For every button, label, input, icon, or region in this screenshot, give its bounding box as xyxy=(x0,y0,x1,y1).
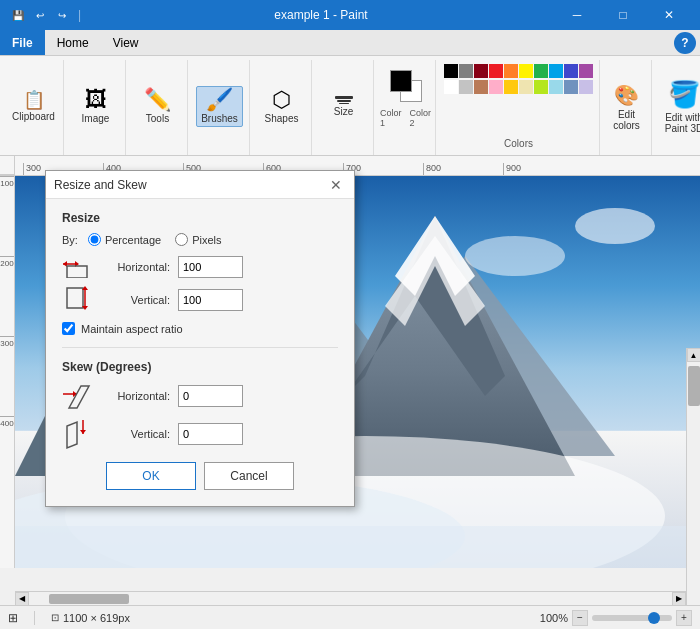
dialog-close-button[interactable]: ✕ xyxy=(326,175,346,195)
cancel-button[interactable]: Cancel xyxy=(204,462,294,490)
vertical-ruler-mark: 300 xyxy=(0,336,14,416)
vertical-ruler-mark: 400 xyxy=(0,416,14,496)
redo-quick-btn[interactable]: ↪ xyxy=(52,5,72,25)
maximize-button[interactable]: □ xyxy=(600,0,646,30)
dialog-body: Resize By: Percentage Pixels xyxy=(46,199,354,506)
tools-icon: ✏️ xyxy=(144,89,171,111)
ribbon: 📋 Clipboard 🖼 Image ✏️ Tools xyxy=(0,56,700,156)
shapes-label: Shapes xyxy=(265,113,299,124)
color-swatch[interactable] xyxy=(504,80,518,94)
color-swatch[interactable] xyxy=(534,64,548,78)
color-swatch[interactable] xyxy=(549,80,563,94)
image-icon: 🖼 xyxy=(85,89,107,111)
color-swatch[interactable] xyxy=(474,80,488,94)
paint3d-icon: 🪣 xyxy=(668,79,700,110)
vertical-resize-input[interactable] xyxy=(178,289,243,311)
edit-paint3d-btn[interactable]: 🪣 Edit with Paint 3D xyxy=(659,77,700,136)
menu-home[interactable]: Home xyxy=(45,30,101,55)
brushes-btn[interactable]: 🖌️ Brushes xyxy=(196,86,243,127)
minimize-button[interactable]: ─ xyxy=(554,0,600,30)
size-label: Size xyxy=(334,106,353,117)
dialog-divider xyxy=(62,347,338,348)
horizontal-skew-row: Horizontal: xyxy=(62,382,338,410)
status-selection: ⊞ xyxy=(8,611,18,625)
zoom-slider-thumb[interactable] xyxy=(648,612,660,624)
color-palette-group: Colors xyxy=(438,60,600,155)
color-swatch[interactable] xyxy=(534,80,548,94)
svg-marker-28 xyxy=(69,386,89,408)
percentage-radio[interactable] xyxy=(88,233,101,246)
color-swatch[interactable] xyxy=(519,80,533,94)
help-button[interactable]: ? xyxy=(674,32,696,54)
color-swatch[interactable] xyxy=(474,64,488,78)
ribbon-group-shapes: ⬡ Shapes xyxy=(252,60,312,155)
edit-colors-btn[interactable]: 🎨 Edit colors xyxy=(609,81,645,133)
close-button[interactable]: ✕ xyxy=(646,0,692,30)
scroll-thumb-v[interactable] xyxy=(688,366,700,406)
vertical-scrollbar[interactable]: ▲ ▼ xyxy=(686,348,700,629)
clipboard-btn[interactable]: 📋 Clipboard xyxy=(8,89,59,124)
vertical-skew-row: Vertical: xyxy=(62,418,338,450)
scroll-track-h xyxy=(29,594,672,604)
resize-section-label: Resize xyxy=(62,211,338,225)
edit-colors-label: Edit colors xyxy=(613,109,640,131)
menu-file[interactable]: File xyxy=(0,30,45,55)
svg-marker-30 xyxy=(80,430,86,434)
scroll-right-btn[interactable]: ▶ xyxy=(672,592,686,606)
color-swatch[interactable] xyxy=(579,64,593,78)
status-sep1 xyxy=(34,611,35,625)
color-swatch[interactable] xyxy=(564,64,578,78)
image-btn[interactable]: 🖼 Image xyxy=(76,87,116,126)
color-swatch[interactable] xyxy=(444,80,458,94)
maintain-aspect-checkbox[interactable] xyxy=(62,322,75,335)
horizontal-skew-input[interactable] xyxy=(178,385,243,407)
color-swatch[interactable] xyxy=(519,64,533,78)
color-swatch[interactable] xyxy=(459,64,473,78)
zoom-in-btn[interactable]: + xyxy=(676,610,692,626)
color-swatch[interactable] xyxy=(489,80,503,94)
horizontal-resize-input[interactable] xyxy=(178,256,243,278)
horizontal-scrollbar[interactable]: ◀ ▶ xyxy=(15,591,686,605)
scroll-left-btn[interactable]: ◀ xyxy=(15,592,29,606)
color-swatch[interactable] xyxy=(489,64,503,78)
svg-point-16 xyxy=(465,236,565,276)
color-swatch[interactable] xyxy=(549,64,563,78)
zoom-out-btn[interactable]: − xyxy=(572,610,588,626)
tools-label: Tools xyxy=(146,113,169,124)
vertical-skew-input[interactable] xyxy=(178,423,243,445)
maintain-aspect-row: Maintain aspect ratio xyxy=(62,322,338,335)
svg-rect-22 xyxy=(67,288,83,308)
size-btn[interactable]: Size xyxy=(324,94,364,119)
pixels-radio-group: Pixels xyxy=(175,233,221,246)
window-controls: ─ □ ✕ xyxy=(554,0,692,30)
vertical-ruler-mark: 200 xyxy=(0,256,14,336)
clipboard-content: 📋 Clipboard xyxy=(8,60,59,155)
color-swatch[interactable] xyxy=(564,80,578,94)
ribbon-group-edit-colors: 🎨 Edit colors xyxy=(602,60,652,155)
shapes-btn[interactable]: ⬡ Shapes xyxy=(261,87,303,126)
edit-colors-content: 🎨 Edit colors xyxy=(609,60,645,155)
ribbon-group-size: Size xyxy=(314,60,374,155)
brushes-icon: 🖌️ xyxy=(206,89,233,111)
color-swatch[interactable] xyxy=(444,64,458,78)
zoom-controls: 100% − + xyxy=(540,610,692,626)
color-row-2 xyxy=(444,80,593,94)
scroll-up-btn[interactable]: ▲ xyxy=(687,348,701,362)
color1-box[interactable] xyxy=(390,70,412,92)
undo-quick-btn[interactable]: ↩ xyxy=(30,5,50,25)
color-swatch[interactable] xyxy=(579,80,593,94)
save-quick-btn[interactable]: 💾 xyxy=(8,5,28,25)
ok-button[interactable]: OK xyxy=(106,462,196,490)
pixels-radio[interactable] xyxy=(175,233,188,246)
color-row-1 xyxy=(444,64,593,78)
horizontal-resize-row: Horizontal: xyxy=(62,256,338,278)
dialog-buttons: OK Cancel xyxy=(62,462,338,494)
shapes-content: ⬡ Shapes xyxy=(261,60,303,155)
svg-rect-13 xyxy=(15,526,700,568)
scroll-thumb-h[interactable] xyxy=(49,594,129,604)
menu-view[interactable]: View xyxy=(101,30,151,55)
color-swatch[interactable] xyxy=(459,80,473,94)
tools-btn[interactable]: ✏️ Tools xyxy=(138,87,178,126)
color-swatch[interactable] xyxy=(504,64,518,78)
zoom-slider[interactable] xyxy=(592,615,672,621)
